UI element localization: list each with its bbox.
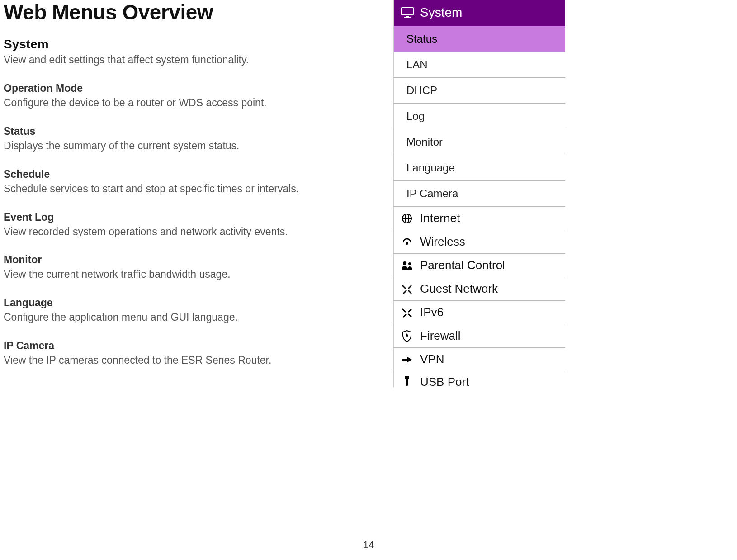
subsection-operation-mode: Operation Mode Configure the device to b… (4, 82, 384, 110)
svg-rect-0 (402, 8, 413, 15)
svg-point-11 (406, 383, 408, 386)
nav-header-system[interactable]: System (394, 0, 565, 26)
nav-subitem-monitor[interactable]: Monitor (394, 129, 565, 155)
wifi-icon (400, 237, 414, 247)
nav-subitem-language[interactable]: Language (394, 155, 565, 181)
nav-category-label: Guest Network (420, 282, 498, 296)
sub-heading: Operation Mode (4, 82, 384, 95)
nav-category-label: USB Port (420, 375, 469, 387)
svg-point-8 (408, 262, 411, 265)
subsection-schedule: Schedule Schedule services to start and … (4, 168, 384, 196)
nav-subitem-ip-camera[interactable]: IP Camera (394, 181, 565, 207)
sub-heading: IP Camera (4, 340, 384, 352)
svg-rect-1 (406, 16, 409, 17)
svg-point-7 (403, 261, 406, 265)
nav-category-internet[interactable]: Internet (394, 207, 565, 230)
globe-icon (400, 213, 414, 224)
subsection-language: Language Configure the application menu … (4, 297, 384, 324)
section-desc-system: View and edit settings that affect syste… (4, 53, 384, 67)
nav-category-label: IPv6 (420, 305, 444, 319)
subsection-monitor: Monitor View the current network traffic… (4, 254, 384, 281)
nav-subitem-log[interactable]: Log (394, 104, 565, 129)
sub-heading: Monitor (4, 254, 384, 266)
tools-icon (400, 307, 414, 318)
sub-desc: Configure the device to be a router or W… (4, 96, 384, 110)
sub-heading: Status (4, 125, 384, 138)
sub-desc: View recorded system operations and netw… (4, 225, 384, 239)
monitor-icon (401, 7, 414, 18)
nav-category-wireless[interactable]: Wireless (394, 230, 565, 254)
nav-subitem-status[interactable]: Status (394, 26, 565, 52)
sub-desc: Schedule services to start and stop at s… (4, 182, 384, 196)
nav-category-label: Internet (420, 211, 460, 225)
tools-icon (400, 284, 414, 294)
sub-desc: View the current network traffic bandwid… (4, 268, 384, 281)
sub-heading: Event Log (4, 211, 384, 223)
svg-rect-9 (405, 376, 409, 379)
subsection-status: Status Displays the summary of the curre… (4, 125, 384, 153)
nav-category-usb-port[interactable]: USB Port (394, 371, 565, 387)
nav-category-label: Firewall (420, 329, 461, 343)
subsection-event-log: Event Log View recorded system operation… (4, 211, 384, 239)
svg-rect-2 (404, 17, 411, 18)
subsection-ip-camera: IP Camera View the IP cameras connected … (4, 340, 384, 367)
sub-heading: Schedule (4, 168, 384, 180)
nav-category-label: Parental Control (420, 258, 505, 272)
nav-category-parental-control[interactable]: Parental Control (394, 254, 565, 277)
nav-category-ipv6[interactable]: IPv6 (394, 301, 565, 324)
sub-heading: Language (4, 297, 384, 309)
nav-category-guest-network[interactable]: Guest Network (394, 277, 565, 301)
shield-fire-icon (400, 330, 414, 342)
nav-category-label: Wireless (420, 235, 465, 249)
usb-icon (400, 375, 414, 386)
sub-desc: Configure the application menu and GUI l… (4, 311, 384, 324)
arrow-right-icon (400, 355, 414, 364)
users-icon (400, 261, 414, 271)
nav-category-firewall[interactable]: Firewall (394, 324, 565, 348)
nav-category-label: VPN (420, 352, 444, 366)
nav-header-label: System (420, 5, 462, 20)
sub-desc: Displays the summary of the current syst… (4, 139, 384, 153)
nav-subitem-lan[interactable]: LAN (394, 52, 565, 78)
nav-subitem-dhcp[interactable]: DHCP (394, 78, 565, 104)
nav-subitems: Status LAN DHCP Log Monitor Language IP … (394, 26, 565, 207)
sub-desc: View the IP cameras connected to the ESR… (4, 354, 384, 367)
nav-category-vpn[interactable]: VPN (394, 348, 565, 371)
page-title: Web Menus Overview (4, 0, 384, 24)
page-number: 14 (0, 539, 737, 551)
nav-menu: System Status LAN DHCP Log Monitor Langu… (393, 0, 565, 388)
section-heading-system: System (4, 37, 384, 52)
svg-point-6 (406, 242, 408, 245)
